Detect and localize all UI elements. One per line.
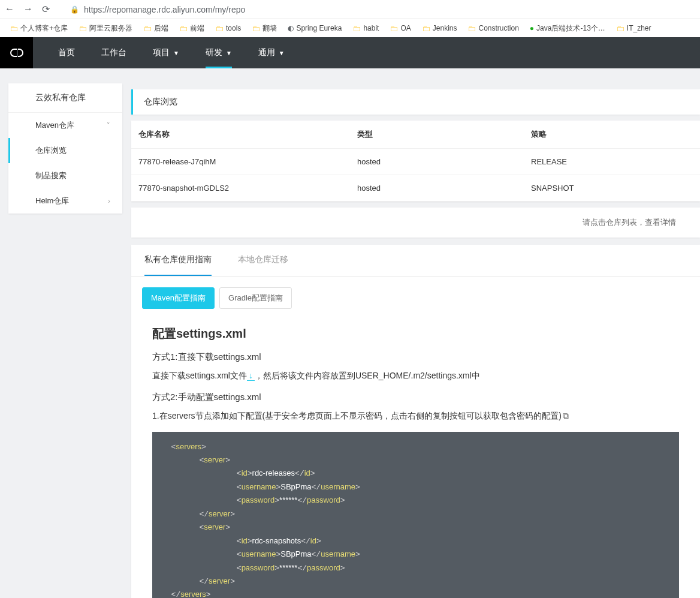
folder-icon: 🗀 — [352, 23, 361, 33]
nav-label: 通用 — [258, 47, 275, 58]
wechat-icon: ● — [530, 24, 534, 32]
nav-item[interactable]: 工作台 — [88, 37, 140, 68]
method1-title: 方式1:直接下载settings.xml — [152, 351, 679, 363]
folder-icon: 🗀 — [467, 23, 476, 33]
bookmark-item[interactable]: 🗀阿里云服务器 — [75, 22, 136, 35]
bookmark-label: OA — [400, 24, 411, 32]
guide-tabs: 私有仓库使用指南本地仓库迁移 — [131, 245, 700, 277]
th-type: 类型 — [357, 129, 531, 140]
nav-label: 项目 — [153, 47, 170, 58]
browser-toolbar: ← → ⟳ 🔒 https://repomanage.rdc.aliyun.co… — [0, 0, 700, 19]
folder-icon: 🗀 — [10, 23, 18, 33]
sidebar-item[interactable]: 仓库浏览 — [8, 138, 122, 163]
bookmark-label: Jenkins — [433, 24, 457, 32]
sidebar-item[interactable]: Maven仓库˅ — [8, 113, 122, 138]
bookmark-label: Java后端技术-13个… — [536, 23, 605, 34]
lock-icon: 🔒 — [70, 5, 79, 14]
forward-icon[interactable]: → — [23, 4, 33, 15]
method2-text: 1.在servers节点添加如下配置(基于安全考虑页面上不显示密码，点击右侧的复… — [152, 409, 679, 423]
bookmarks-bar: 🗀个人博客+仓库🗀阿里云服务器🗀后端🗀前端🗀tools🗀翻墙◐Spring Eu… — [0, 19, 700, 37]
bookmark-item[interactable]: 🗀OA — [386, 22, 414, 34]
chevron-down-icon: ▼ — [279, 50, 285, 56]
bookmark-item[interactable]: 🗀habit — [349, 22, 382, 34]
bookmark-item[interactable]: 🗀前端 — [176, 22, 208, 35]
url-text[interactable]: https://repomanage.rdc.aliyun.com/my/rep… — [84, 5, 245, 14]
table-row[interactable]: 77870-snapshot-mGDLS2hostedSNAPSHOT — [131, 175, 700, 202]
guide-subtabs: Maven配置指南Gradle配置指南 — [131, 277, 700, 320]
cell-type: hosted — [357, 184, 531, 193]
bookmark-label: habit — [363, 24, 379, 32]
folder-icon: 🗀 — [179, 23, 188, 33]
page-title: 仓库浏览 — [131, 89, 700, 115]
nav-label: 首页 — [58, 47, 75, 58]
reload-icon[interactable]: ⟳ — [42, 4, 50, 15]
bookmark-label: IT_zher — [627, 24, 651, 32]
subtab[interactable]: Gradle配置指南 — [219, 287, 292, 309]
download-icon[interactable]: ↓ — [247, 371, 255, 381]
repo-table: 仓库名称 类型 策略 77870-release-J7qihMhostedREL… — [131, 121, 700, 202]
nav-label: 工作台 — [101, 47, 126, 58]
bookmark-label: 个人博客+仓库 — [20, 23, 68, 34]
folder-icon: 🗀 — [252, 23, 260, 33]
logo[interactable] — [0, 37, 33, 68]
tab[interactable]: 本地仓库迁移 — [238, 245, 288, 276]
cell-policy: RELEASE — [531, 157, 693, 166]
folder-icon: 🗀 — [616, 23, 624, 33]
page-header-card: 仓库浏览 — [131, 89, 700, 115]
th-policy: 策略 — [531, 129, 693, 140]
guide-card: 私有仓库使用指南本地仓库迁移 Maven配置指南Gradle配置指南 配置set… — [131, 245, 700, 598]
bookmark-item[interactable]: ◐Spring Eureka — [284, 23, 345, 34]
sidebar-item-label: 仓库浏览 — [35, 145, 67, 156]
nav-item[interactable]: 项目▼ — [140, 37, 192, 68]
nav-label: 研发 — [206, 47, 222, 58]
tab[interactable]: 私有仓库使用指南 — [144, 245, 212, 276]
bookmark-label: Spring Eureka — [296, 24, 342, 32]
folder-icon: 🗀 — [422, 23, 430, 33]
back-icon[interactable]: ← — [5, 4, 14, 15]
table-row[interactable]: 77870-release-J7qihMhostedRELEASE — [131, 149, 700, 175]
bookmark-item[interactable]: 🗀后端 — [140, 22, 172, 35]
folder-icon: 🗀 — [215, 23, 224, 33]
bookmark-item[interactable]: 🗀Construction — [464, 22, 522, 34]
bookmark-item[interactable]: 🗀个人博客+仓库 — [6, 22, 71, 35]
top-nav: 首页工作台项目▼研发▼通用▼ — [0, 37, 700, 68]
bookmark-label: 后端 — [154, 23, 168, 34]
chevron-down-icon: ▼ — [226, 50, 232, 56]
cell-policy: SNAPSHOT — [531, 184, 693, 193]
table-header: 仓库名称 类型 策略 — [131, 121, 700, 149]
sidebar: 云效私有仓库 Maven仓库˅仓库浏览制品搜索Helm仓库› — [8, 83, 122, 214]
bookmark-item[interactable]: 🗀翻墙 — [248, 22, 280, 35]
hint-text: 请点击仓库列表，查看详情 — [131, 208, 700, 238]
guide-heading: 配置settings.xml — [152, 326, 679, 342]
chevron-down-icon: ▼ — [173, 50, 179, 56]
bookmark-label: 翻墙 — [262, 23, 277, 34]
bookmark-item[interactable]: 🗀tools — [212, 22, 245, 34]
bookmark-item[interactable]: ●Java后端技术-13个… — [526, 22, 609, 35]
folder-icon: 🗀 — [143, 23, 152, 33]
bookmark-label: 阿里云服务器 — [89, 23, 132, 34]
bookmark-item[interactable]: 🗀Jenkins — [418, 22, 461, 34]
folder-icon: 🗀 — [79, 23, 87, 33]
bookmark-label: 前端 — [190, 23, 204, 34]
sidebar-item[interactable]: 制品搜索 — [8, 163, 122, 188]
bookmark-item[interactable]: 🗀IT_zher — [612, 22, 655, 34]
th-name: 仓库名称 — [138, 129, 357, 140]
bookmark-label: Construction — [478, 24, 518, 32]
nav-item[interactable]: 首页 — [45, 37, 88, 68]
cell-type: hosted — [357, 157, 531, 166]
cell-name: 77870-snapshot-mGDLS2 — [138, 184, 357, 193]
method1-text: 直接下载settings.xml文件↓，然后将该文件内容放置到USER_HOME… — [152, 369, 679, 383]
subtab[interactable]: Maven配置指南 — [142, 287, 215, 309]
method2-title: 方式2:手动配置settings.xml — [152, 392, 679, 403]
sidebar-title: 云效私有仓库 — [8, 83, 122, 113]
sidebar-item[interactable]: Helm仓库› — [8, 188, 122, 214]
nav-item[interactable]: 通用▼ — [245, 37, 298, 68]
chevron-icon: ˅ — [107, 122, 110, 130]
folder-icon: 🗀 — [390, 23, 398, 33]
code-block: <servers> <server> <id>rdc-releases</id>… — [152, 432, 679, 598]
nav-item[interactable]: 研发▼ — [192, 37, 245, 68]
copy-icon[interactable]: ⧉ — [562, 411, 570, 420]
sidebar-item-label: Helm仓库 — [35, 196, 69, 206]
bookmark-label: tools — [226, 24, 241, 32]
sidebar-item-label: 制品搜索 — [35, 170, 67, 181]
